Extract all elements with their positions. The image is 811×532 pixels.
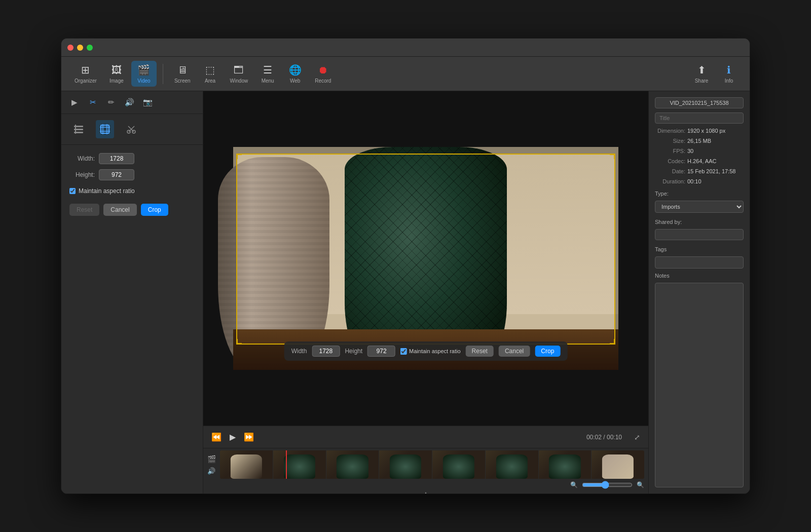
- inline-aspect-label: Maintain aspect ratio: [409, 348, 461, 354]
- play-button[interactable]: ▶: [230, 432, 236, 442]
- window-icon: 🗔: [234, 64, 244, 76]
- timeline-icons: 🎬 🔊: [207, 455, 216, 475]
- inline-crop-bar: Width Height Maintain aspect ratio Reset…: [284, 341, 568, 361]
- video-button[interactable]: 🎬 Video: [131, 61, 157, 87]
- file-name: VID_20210215_175538: [655, 97, 744, 108]
- type-label: Type:: [655, 191, 744, 197]
- cut-tool[interactable]: [122, 120, 140, 138]
- width-label: Width:: [69, 155, 95, 162]
- size-row: Size: 26,15 MB: [655, 138, 744, 144]
- size-val: 26,15 MB: [687, 138, 711, 144]
- screen-label: Screen: [174, 78, 191, 84]
- tags-area[interactable]: [655, 256, 744, 269]
- maximize-button[interactable]: [87, 45, 93, 51]
- timeline-collapse: ▲: [203, 489, 648, 493]
- fast-forward-button[interactable]: ⏩: [244, 432, 254, 442]
- inline-cancel-button[interactable]: Cancel: [499, 346, 530, 357]
- web-label: Web: [290, 78, 300, 84]
- title-input[interactable]: [655, 112, 744, 124]
- play-sub-icon[interactable]: ▶: [67, 95, 82, 109]
- area-button[interactable]: ⬚ Area: [198, 61, 223, 87]
- zoom-in-icon: 🔍: [637, 481, 644, 488]
- thumb-7: [539, 450, 592, 479]
- organizer-button[interactable]: ⊞ Organizer: [69, 61, 102, 87]
- aspect-ratio-label: Maintain aspect ratio: [79, 187, 135, 195]
- thumb-6: [486, 450, 538, 479]
- video-frame: Width Height Maintain aspect ratio Reset…: [233, 147, 618, 370]
- title-bar: [61, 39, 750, 57]
- video-label: Video: [137, 78, 150, 84]
- crop-controls: Width: Height: Maintain aspect ratio Res…: [61, 145, 203, 224]
- info-label: Info: [725, 78, 733, 84]
- audio-sub-icon[interactable]: 🔊: [122, 95, 136, 109]
- time-display: 00:02 / 00:10: [586, 434, 622, 441]
- video-controls: ⏪ ▶ ⏩ 00:02 / 00:10 ⤢: [203, 426, 648, 448]
- maintain-aspect-checkbox[interactable]: [69, 188, 76, 194]
- area-label: Area: [205, 78, 215, 84]
- size-key: Size:: [655, 138, 685, 144]
- share-icon: ⬆: [697, 64, 706, 76]
- toolbar-capture-group: 🖥 Screen ⬚ Area 🗔 Window ☰ Menu 🌐 Web ⏺: [169, 61, 337, 87]
- expand-button[interactable]: ⤢: [634, 433, 640, 441]
- playhead-arrow: [283, 450, 289, 451]
- scissors-sub-icon[interactable]: ✂: [86, 95, 100, 109]
- window-button[interactable]: 🗔 Window: [225, 61, 253, 87]
- timeline-thumbnails[interactable]: [220, 450, 644, 479]
- dimension-row: Dimension: 1920 x 1080 px: [655, 128, 744, 134]
- app-window: ⊞ Organizer 🖼 Image 🎬 Video 🖥 Screen ⬚ A…: [61, 38, 750, 494]
- web-button[interactable]: 🌐 Web: [282, 61, 308, 87]
- thumb-2: [273, 450, 326, 479]
- share-button[interactable]: ⬆ Share: [689, 61, 714, 87]
- date-key: Date:: [655, 168, 685, 174]
- web-icon: 🌐: [289, 64, 302, 76]
- screen-button[interactable]: 🖥 Screen: [169, 61, 196, 87]
- inline-width-label: Width: [291, 348, 307, 355]
- inline-crop-button[interactable]: Crop: [535, 346, 560, 357]
- right-panel: VID_20210215_175538 Dimension: 1920 x 10…: [648, 91, 750, 493]
- playhead[interactable]: [286, 450, 287, 479]
- cancel-button[interactable]: Cancel: [103, 204, 136, 216]
- svg-line-14: [131, 126, 134, 129]
- zoom-slider[interactable]: [582, 481, 633, 489]
- shared-by-input[interactable]: [655, 229, 744, 240]
- inline-aspect-checkbox[interactable]: [400, 348, 407, 355]
- codec-row: Codec: H.264, AAC: [655, 158, 744, 164]
- close-button[interactable]: [67, 45, 73, 51]
- rewind-button[interactable]: ⏪: [211, 432, 222, 442]
- video-sub-icon[interactable]: 📷: [140, 95, 155, 109]
- height-row: Height:: [69, 169, 195, 180]
- height-input[interactable]: [99, 169, 134, 180]
- menu-button[interactable]: ☰ Menu: [255, 61, 280, 87]
- collapse-button[interactable]: ▲: [423, 490, 429, 493]
- dimension-val: 1920 x 1080 px: [687, 128, 725, 134]
- dimension-key: Dimension:: [655, 128, 685, 134]
- minimize-button[interactable]: [77, 45, 83, 51]
- image-icon: 🖼: [112, 64, 122, 76]
- crop-tool[interactable]: [96, 120, 114, 138]
- trim-tool[interactable]: [69, 120, 88, 138]
- notes-textarea[interactable]: [655, 283, 744, 487]
- reset-button[interactable]: Reset: [69, 204, 99, 216]
- center-area: Width Height Maintain aspect ratio Reset…: [203, 91, 648, 493]
- width-row: Width:: [69, 153, 195, 164]
- image-label: Image: [109, 78, 124, 84]
- inline-height-label: Height: [345, 348, 362, 355]
- thumb-3: [326, 450, 379, 479]
- inline-reset-button[interactable]: Reset: [466, 346, 494, 357]
- crop-button[interactable]: Crop: [141, 204, 168, 216]
- width-input[interactable]: [99, 153, 134, 164]
- info-button[interactable]: ℹ Info: [716, 61, 742, 87]
- inline-height-input[interactable]: [367, 346, 395, 357]
- type-select[interactable]: Imports: [655, 201, 744, 213]
- record-button[interactable]: ⏺ Record: [310, 61, 336, 87]
- fps-row: FPS: 30: [655, 148, 744, 154]
- info-icon: ℹ: [727, 64, 731, 76]
- timeline: 🎬 🔊: [203, 448, 648, 493]
- annotate-sub-icon[interactable]: ✏: [104, 95, 118, 109]
- thumb-1: [220, 450, 273, 479]
- thumb-8: [592, 450, 644, 479]
- codec-val: H.264, AAC: [687, 158, 716, 164]
- date-val: 15 Feb 2021, 17:58: [687, 168, 735, 174]
- inline-width-input[interactable]: [312, 346, 340, 357]
- image-button[interactable]: 🖼 Image: [104, 61, 129, 87]
